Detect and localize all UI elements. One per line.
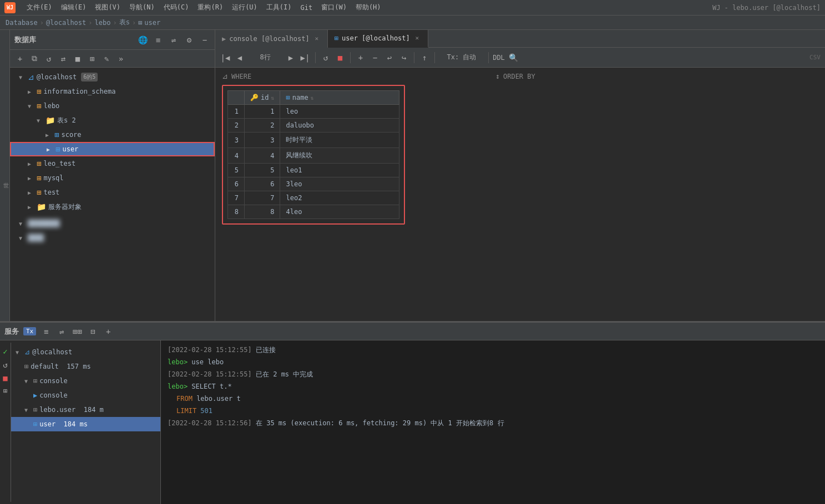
prev-row-button[interactable]: ◀ (234, 52, 245, 63)
sync-icon[interactable]: ⇄ (58, 53, 69, 64)
globe-icon[interactable]: 🌐 (137, 34, 148, 45)
tab-console-close[interactable]: ✕ (313, 35, 321, 43)
tree-item-blurred2[interactable]: ▼ ████ (10, 231, 215, 245)
tree-item-user[interactable]: ▶ ⊞ user (10, 142, 215, 156)
id-cell[interactable]: 3 (245, 133, 280, 148)
stop-query-button[interactable]: ■ (335, 52, 346, 63)
table-view-icon[interactable]: ⊞ (87, 53, 98, 64)
table-row[interactable]: 7 7 leo2 (228, 191, 399, 205)
collapse-icon[interactable]: − (199, 34, 210, 45)
add-row-button[interactable]: + (355, 52, 366, 63)
add-icon[interactable]: + (14, 53, 26, 64)
bottom-connect-icon[interactable]: ⊞⊞ (72, 326, 83, 337)
name-cell[interactable]: 时时平淡 (280, 133, 399, 148)
menu-nav[interactable]: 导航(N) (129, 3, 155, 12)
filter-icon[interactable]: ⇌ (168, 34, 179, 45)
delete-row-button[interactable]: − (370, 52, 381, 63)
service-item-user[interactable]: ⊞ user 184 ms (11, 417, 160, 431)
undo-button[interactable]: ↩ (384, 52, 395, 63)
menu-tools[interactable]: 工具(I) (266, 3, 292, 12)
tab-console[interactable]: ▶ console [@localhost] ✕ (215, 30, 328, 48)
bottom-list-icon[interactable]: ≡ (41, 326, 52, 337)
id-cell[interactable]: 2 (245, 119, 280, 133)
stop-service-icon[interactable]: ■ (3, 374, 7, 383)
id-cell[interactable]: 4 (245, 148, 280, 164)
last-row-button[interactable]: ▶| (300, 52, 311, 63)
breadcrumb-localhost[interactable]: @localhost (46, 19, 86, 27)
id-cell[interactable]: 1 (245, 105, 280, 119)
sort-icon-id[interactable]: ⇅ (271, 95, 274, 101)
bottom-add-icon[interactable]: + (103, 326, 114, 337)
menu-file[interactable]: 文件(E) (27, 3, 52, 12)
tree-item-mysql[interactable]: ▶ ⊞ mysql (10, 171, 215, 185)
col-header-id[interactable]: 🔑 id ⇅ (245, 91, 280, 105)
tree-item-score[interactable]: ▶ ⊞ score (10, 128, 215, 142)
search-button[interactable]: 🔍 (508, 52, 519, 63)
service-item-console[interactable]: ▶ console (11, 388, 160, 403)
tab-user[interactable]: ⊞ user [@localhost] ✕ (328, 30, 428, 48)
service-item-lebo-user[interactable]: ▼ ⊞ lebo.user 184 m (11, 403, 160, 417)
breadcrumb-lebo[interactable]: lebo (95, 19, 111, 27)
tree-item-leo-test[interactable]: ▶ ⊞ leo_test (10, 156, 215, 171)
tree-item-tables[interactable]: ▼ 📁 表s 2 (10, 113, 215, 128)
id-cell[interactable]: 5 (245, 164, 280, 177)
service-item-localhost[interactable]: ▼ ⊿ @localhost (11, 345, 160, 359)
menu-refactor[interactable]: 重构(R) (198, 3, 223, 12)
list-icon[interactable]: ≡ (153, 34, 164, 45)
move-up-button[interactable]: ↑ (419, 52, 430, 63)
edit-icon[interactable]: ✎ (101, 53, 112, 64)
refresh-data-button[interactable]: ↺ (320, 52, 331, 63)
ddl-button[interactable]: DDL (493, 52, 504, 63)
name-cell[interactable]: leo1 (280, 164, 399, 177)
tab-user-close[interactable]: ✕ (413, 34, 421, 42)
menu-view[interactable]: 视图(V) (95, 3, 120, 12)
tree-item-localhost[interactable]: ▼ ⊿ @localhost 6的5 (10, 70, 215, 84)
tree-item-test[interactable]: ▶ ⊞ test (10, 185, 215, 200)
more-icon[interactable]: » (115, 53, 126, 64)
table-row[interactable]: 4 4 风继续吹 (228, 148, 399, 164)
service-item-default[interactable]: ⊞ default 157 ms (11, 359, 160, 374)
undo-service-icon[interactable]: ↺ (3, 360, 7, 369)
settings-icon[interactable]: ⚙ (184, 34, 195, 45)
col-header-name[interactable]: ⊞ name ⇅ (280, 91, 399, 105)
first-row-button[interactable]: |◀ (220, 52, 231, 63)
sort-icon-name[interactable]: ⇅ (311, 95, 314, 101)
table-service-icon[interactable]: ⊞ (3, 387, 7, 395)
name-cell[interactable]: leo2 (280, 191, 399, 205)
table-row[interactable]: 2 2 daluobo (228, 119, 399, 133)
name-cell[interactable]: 3leo (280, 177, 399, 191)
menu-git[interactable]: Git (301, 4, 313, 12)
id-cell[interactable]: 8 (245, 205, 280, 219)
tree-item-lebo[interactable]: ▼ ⊞ lebo (10, 99, 215, 113)
stop-icon[interactable]: ■ (72, 53, 83, 64)
table-row[interactable]: 1 1 leo (228, 105, 399, 119)
name-cell[interactable]: leo (280, 105, 399, 119)
tree-item-information-schema[interactable]: ▶ ⊞ information_schema (10, 84, 215, 99)
table-row[interactable]: 3 3 时时平淡 (228, 133, 399, 148)
service-item-console-group[interactable]: ▼ ⊞ console (11, 374, 160, 388)
menu-code[interactable]: 代码(C) (164, 3, 189, 12)
menu-edit[interactable]: 编辑(E) (61, 3, 87, 12)
tree-item-blurred1[interactable]: ▼ ████████ (10, 216, 215, 231)
table-row[interactable]: 6 6 3leo (228, 177, 399, 191)
table-row[interactable]: 8 8 4leo (228, 205, 399, 219)
copy-icon[interactable]: ⧉ (29, 53, 40, 64)
name-cell[interactable]: daluobo (280, 119, 399, 133)
bottom-disconnect-icon[interactable]: ⊟ (87, 326, 98, 337)
name-cell[interactable]: 风继续吹 (280, 148, 399, 164)
refresh-icon[interactable]: ↺ (43, 53, 54, 64)
redo-button[interactable]: ↪ (398, 52, 409, 63)
menu-window[interactable]: 窗口(W) (321, 3, 347, 12)
tree-item-server-objects[interactable]: ▶ 📁 服务器对象 (10, 200, 215, 214)
tx-dropdown[interactable]: Tx: 自动 (439, 52, 484, 63)
table-row[interactable]: 5 5 leo1 (228, 164, 399, 177)
id-cell[interactable]: 7 (245, 191, 280, 205)
id-cell[interactable]: 6 (245, 177, 280, 191)
menu-run[interactable]: 运行(U) (232, 3, 257, 12)
name-cell[interactable]: 4leo (280, 205, 399, 219)
breadcrumb-tables[interactable]: 表s (119, 18, 130, 27)
breadcrumb-database[interactable]: Database (6, 19, 38, 27)
next-row-button[interactable]: ▶ (285, 52, 296, 63)
menu-help[interactable]: 帮助(H) (356, 3, 381, 12)
bottom-filter-icon[interactable]: ⇌ (56, 326, 67, 337)
